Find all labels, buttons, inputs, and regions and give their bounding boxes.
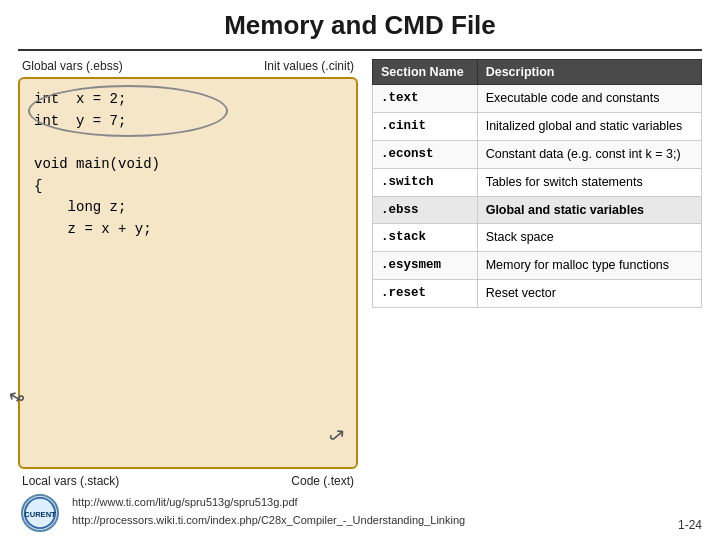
table-row: .resetReset vector xyxy=(373,280,702,308)
col1-header: Section Name xyxy=(373,60,478,85)
init-values-label: Init values (.cinit) xyxy=(264,59,354,73)
bottom-labels: Local vars (.stack) Code (.text) xyxy=(18,474,358,488)
table-row: .econstConstant data (e.g. const int k =… xyxy=(373,140,702,168)
section-desc-cell: Constant data (e.g. const int k = 3;) xyxy=(477,140,701,168)
col2-header: Description xyxy=(477,60,701,85)
table-row: .ebssGlobal and static variables xyxy=(373,196,702,224)
section-name-cell: .switch xyxy=(373,168,478,196)
top-labels: Global vars (.ebss) Init values (.cinit) xyxy=(18,59,358,73)
footer-link1: http://www.ti.com/lit/ug/spru513g/spru51… xyxy=(72,494,668,512)
code-content: int x = 2; int y = 7; void main(void) { … xyxy=(34,89,342,241)
section-name-cell: .econst xyxy=(373,140,478,168)
section-name-cell: .cinit xyxy=(373,112,478,140)
logo-circle: CURENT xyxy=(21,494,59,532)
section-name-cell: .text xyxy=(373,85,478,113)
section-desc-cell: Stack space xyxy=(477,224,701,252)
local-vars-label: Local vars (.stack) xyxy=(22,474,119,488)
table-row: .switchTables for switch statements xyxy=(373,168,702,196)
table-row: .esysmemMemory for malloc type functions xyxy=(373,252,702,280)
page-title: Memory and CMD File xyxy=(18,10,702,41)
section-desc-cell: Initalized global and static variables xyxy=(477,112,701,140)
arrow-right-icon: ↪ xyxy=(323,420,351,449)
left-panel: Global vars (.ebss) Init values (.cinit)… xyxy=(18,59,358,488)
code-box: int x = 2; int y = 7; void main(void) { … xyxy=(18,77,358,469)
table-row: .cinitInitalized global and static varia… xyxy=(373,112,702,140)
section-desc-cell: Memory for malloc type functions xyxy=(477,252,701,280)
section-name-cell: .ebss xyxy=(373,196,478,224)
section-desc-cell: Reset vector xyxy=(477,280,701,308)
section-desc-cell: Executable code and constants xyxy=(477,85,701,113)
divider xyxy=(18,49,702,51)
footer-link2: http://processors.wiki.ti.com/index.php/… xyxy=(72,512,668,530)
global-vars-label: Global vars (.ebss) xyxy=(22,59,123,73)
arrow-left-icon: ↫ xyxy=(3,382,30,411)
code-label: Code (.text) xyxy=(291,474,354,488)
section-name-cell: .reset xyxy=(373,280,478,308)
sections-table: Section Name Description .textExecutable… xyxy=(372,59,702,308)
table-row: .textExecutable code and constants xyxy=(373,85,702,113)
footer-links: http://www.ti.com/lit/ug/spru513g/spru51… xyxy=(72,494,668,529)
section-name-cell: .stack xyxy=(373,224,478,252)
table-row: .stackStack space xyxy=(373,224,702,252)
right-panel: Section Name Description .textExecutable… xyxy=(372,59,702,488)
page: Memory and CMD File Global vars (.ebss) … xyxy=(0,0,720,540)
content-row: Global vars (.ebss) Init values (.cinit)… xyxy=(18,59,702,488)
section-name-cell: .esysmem xyxy=(373,252,478,280)
section-desc-cell: Tables for switch statements xyxy=(477,168,701,196)
footer: CURENT http://www.ti.com/lit/ug/spru513g… xyxy=(18,494,702,532)
svg-text:CURENT: CURENT xyxy=(24,510,56,519)
logo-svg: CURENT xyxy=(23,495,57,531)
slide-number: 1-24 xyxy=(678,518,702,532)
logo: CURENT xyxy=(18,494,62,532)
section-desc-cell: Global and static variables xyxy=(477,196,701,224)
